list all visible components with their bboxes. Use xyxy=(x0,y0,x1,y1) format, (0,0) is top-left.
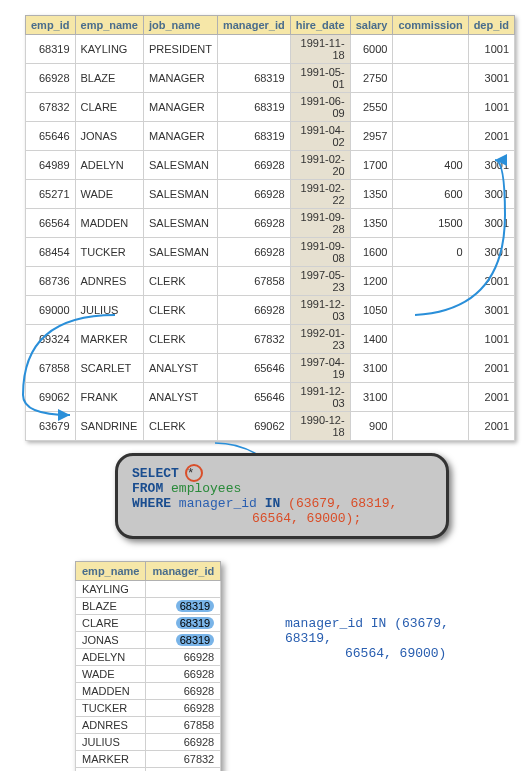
table-row: WADE66928 xyxy=(76,666,221,683)
projection-table: emp_namemanager_id KAYLINGBLAZE68319CLAR… xyxy=(75,561,221,771)
sql-where: WHERE xyxy=(132,496,171,511)
table-row: 65271WADESALESMAN669281991-02-2213506003… xyxy=(26,180,515,209)
col-dep_id: dep_id xyxy=(468,16,514,35)
sql-select: SELECT xyxy=(132,466,179,481)
table-row: 64989ADELYNSALESMAN669281991-02-20170040… xyxy=(26,151,515,180)
table-row: ADELYN66928 xyxy=(76,649,221,666)
table-row: 68454TUCKERSALESMAN669281991-09-08160003… xyxy=(26,238,515,267)
col-commission: commission xyxy=(393,16,468,35)
table-row: 69324MARKERCLERK678321992-01-2314001001 xyxy=(26,325,515,354)
table-row: 69062FRANKANALYST656461991-12-0331002001 xyxy=(26,383,515,412)
employees-table: emp_idemp_namejob_namemanager_idhire_dat… xyxy=(25,15,515,441)
table-row: 67832CLAREMANAGER683191991-06-0925501001 xyxy=(26,93,515,122)
filter-annotation: manager_id IN (63679, 68319, 66564, 6900… xyxy=(285,616,485,661)
col-hire_date: hire_date xyxy=(290,16,350,35)
col-manager_id: manager_id xyxy=(217,16,290,35)
highlighted-value: 68319 xyxy=(176,617,215,629)
col-emp_name: emp_name xyxy=(75,16,143,35)
table-row: 66928BLAZEMANAGER683191991-05-0127503001 xyxy=(26,64,515,93)
sql-values-2: 66564, 69000); xyxy=(252,511,361,526)
table-row: JONAS68319 xyxy=(76,632,221,649)
star-circle-icon xyxy=(185,464,203,482)
annotation-line1: manager_id IN (63679, 68319, xyxy=(285,616,449,646)
table-row: 68319KAYLINGPRESIDENT1991-11-1860001001 xyxy=(26,35,515,64)
sql-in: IN xyxy=(265,496,281,511)
table-row: MARKER67832 xyxy=(76,751,221,768)
sql-values-1: (63679, 68319, xyxy=(288,496,397,511)
table-row: TUCKER66928 xyxy=(76,700,221,717)
table-row: 65646JONASMANAGER683191991-04-0229572001 xyxy=(26,122,515,151)
annotation-line2: 66564, 69000) xyxy=(285,646,446,661)
sql-table: employees xyxy=(171,481,241,496)
highlighted-value: 68319 xyxy=(176,600,215,612)
sql-column: manager_id xyxy=(179,496,257,511)
table-row: MADDEN66928 xyxy=(76,683,221,700)
col-manager_id: manager_id xyxy=(146,562,221,581)
table-row: CLARE68319 xyxy=(76,615,221,632)
sql-query-box: SELECT * FROM employees WHERE manager_id… xyxy=(115,453,449,539)
sql-from: FROM xyxy=(132,481,163,496)
table-row: 67858SCARLETANALYST656461997-04-19310020… xyxy=(26,354,515,383)
table-row: JULIUS66928 xyxy=(76,734,221,751)
col-emp_name: emp_name xyxy=(76,562,146,581)
diagram-container: emp_idemp_namejob_namemanager_idhire_dat… xyxy=(15,15,507,771)
table-row: 66564MADDENSALESMAN669281991-09-28135015… xyxy=(26,209,515,238)
table-row: ADNRES67858 xyxy=(76,717,221,734)
col-emp_id: emp_id xyxy=(26,16,76,35)
table-row: BLAZE68319 xyxy=(76,598,221,615)
table-row: 68736ADNRESCLERK678581997-05-2312002001 xyxy=(26,267,515,296)
table-row: KAYLING xyxy=(76,581,221,598)
table-row: 63679SANDRINECLERK690621990-12-189002001 xyxy=(26,412,515,441)
highlighted-value: 68319 xyxy=(176,634,215,646)
col-salary: salary xyxy=(350,16,393,35)
table-row: SCARLET65646 xyxy=(76,768,221,772)
projection-table-wrap: emp_namemanager_id KAYLINGBLAZE68319CLAR… xyxy=(75,561,221,771)
table-row: 69000JULIUSCLERK669281991-12-0310503001 xyxy=(26,296,515,325)
col-job_name: job_name xyxy=(144,16,218,35)
sql-star: * xyxy=(187,466,195,481)
